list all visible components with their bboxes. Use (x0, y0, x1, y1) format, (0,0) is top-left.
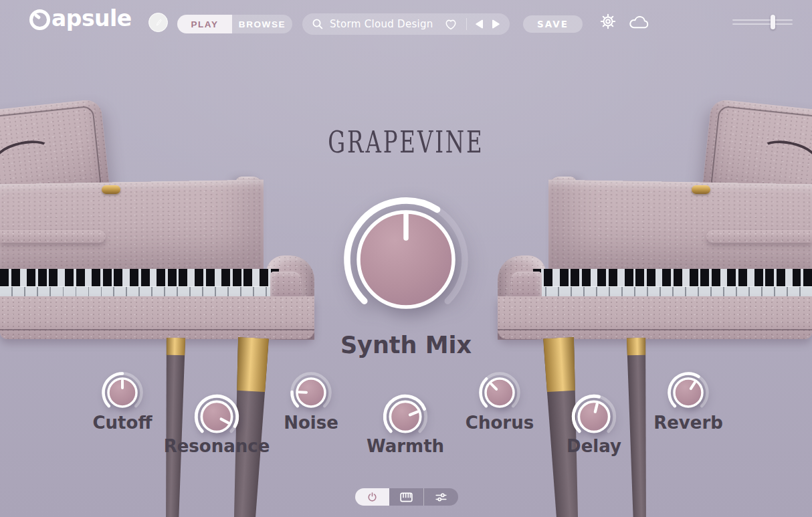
knob-resonance[interactable] (189, 389, 244, 444)
mixer-view-button[interactable] (423, 488, 458, 506)
knob-item-delay: Delay (554, 389, 634, 456)
save-button[interactable]: SAVE (523, 15, 583, 33)
top-bar: apsule PLAY BROWSE Storm Cloud Design (0, 0, 812, 37)
pencil-icon (153, 16, 163, 29)
knob-chorus[interactable] (474, 367, 525, 418)
piano-body-front (0, 296, 314, 339)
slider-handle[interactable] (771, 15, 775, 29)
power-icon (367, 492, 378, 503)
piano-body-top (0, 180, 264, 276)
knob-delay[interactable] (567, 389, 621, 444)
preset-name[interactable]: Storm Cloud Design (330, 18, 439, 30)
piano-black-keys (533, 269, 812, 286)
knob-item-chorus: Chorus (460, 367, 540, 456)
piano-fallboard-ledge (706, 230, 812, 243)
piano-keyboard (533, 269, 812, 299)
synth-mix-knob[interactable] (339, 193, 473, 326)
slider-track (732, 23, 793, 25)
view-toggle (355, 488, 458, 506)
edit-preset-button[interactable] (148, 13, 168, 32)
slider-track (732, 19, 793, 21)
piano-black-keys (0, 269, 279, 286)
piano-gold-hinge (692, 185, 710, 194)
knob-item-reverb: Reverb (648, 367, 728, 456)
heart-outline-icon (443, 17, 458, 31)
knob-item-noise: Noise (271, 367, 351, 456)
divider (466, 18, 467, 30)
power-view-button[interactable] (355, 488, 389, 506)
piano-body-top (548, 180, 812, 276)
capsule-logo-text: apsule (52, 7, 132, 29)
knob-reverb[interactable] (663, 367, 714, 418)
knob-item-warmth: Warmth (365, 389, 445, 456)
tab-play[interactable]: PLAY (177, 15, 232, 33)
preset-search-bar[interactable]: Storm Cloud Design (302, 13, 510, 35)
triangle-right-icon (492, 19, 500, 29)
instrument-title: GRAPEVINE (0, 124, 812, 160)
output-volume-slider[interactable] (732, 15, 793, 29)
knob-noise[interactable] (286, 367, 336, 418)
main-knob-area: Synth Mix (339, 193, 473, 358)
next-preset-button[interactable] (488, 19, 504, 29)
knob-warmth[interactable] (378, 389, 433, 444)
piano-keys-icon (399, 492, 413, 503)
settings-button[interactable] (599, 13, 617, 30)
search-icon (311, 17, 324, 31)
gear-icon (599, 13, 617, 30)
plugin-window: apsule PLAY BROWSE Storm Cloud Design (0, 0, 812, 517)
mixer-sliders-icon (435, 492, 447, 503)
play-browse-toggle: PLAY BROWSE (177, 15, 292, 33)
capsule-logo-c-icon (29, 9, 50, 30)
knob-item-resonance: Resonance (177, 389, 257, 456)
effect-knob-row: Cutoff Resonance Noise Warmth Chorus Del… (82, 367, 728, 456)
piano-gold-hinge (102, 185, 120, 194)
piano-fallboard-ledge (0, 230, 106, 243)
main-knob-label: Synth Mix (339, 332, 473, 358)
capsule-logo: apsule (29, 7, 132, 30)
piano-leg-gold-cap (165, 338, 187, 356)
knob-cutoff[interactable] (97, 367, 148, 418)
cloud-sync-button[interactable] (628, 14, 651, 30)
cloud-icon (628, 14, 651, 30)
triangle-left-icon (475, 19, 484, 29)
tab-browse[interactable]: BROWSE (232, 15, 292, 33)
keyboard-view-button[interactable] (389, 488, 423, 506)
piano-body-front (498, 296, 812, 339)
knob-item-cutoff: Cutoff (82, 367, 163, 456)
favorite-button[interactable] (439, 17, 462, 31)
piano-keyboard (0, 269, 279, 299)
piano-leg-gold-cap (625, 338, 647, 356)
prev-preset-button[interactable] (471, 19, 488, 29)
